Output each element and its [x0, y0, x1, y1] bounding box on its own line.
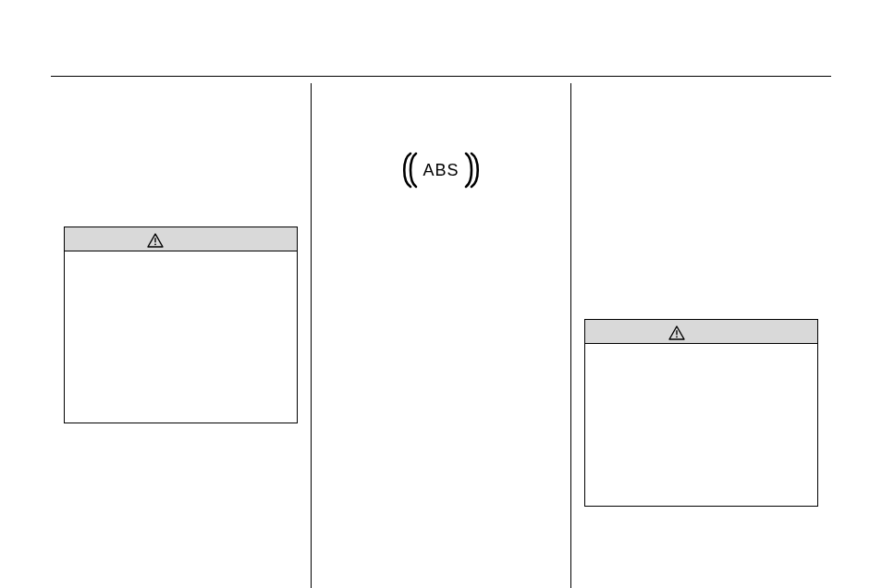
warning-icon [668, 324, 689, 339]
column-2: ABS [311, 83, 571, 588]
caution-box-1: CAUTION [64, 227, 298, 423]
abs-icon: ABS [325, 148, 558, 196]
warning-icon [147, 231, 167, 247]
caution-label-1: CAUTION [168, 235, 214, 246]
abs-text: ABS [423, 161, 459, 179]
caution-header-2: CAUTION [585, 320, 817, 344]
caution-box-2: CAUTION [584, 319, 818, 507]
column-3: CAUTION [570, 83, 831, 588]
caution-header-1: CAUTION [65, 227, 297, 251]
columns: CAUTION ABS [51, 83, 831, 588]
caution-body-2 [585, 344, 817, 506]
caution-label-2: CAUTION [689, 327, 735, 338]
caution-body-1 [65, 251, 297, 423]
header-rule [51, 76, 831, 77]
column-1: CAUTION [51, 83, 311, 588]
manual-page: CAUTION ABS [0, 0, 882, 588]
svg-point-1 [154, 243, 156, 245]
svg-point-3 [676, 336, 678, 337]
